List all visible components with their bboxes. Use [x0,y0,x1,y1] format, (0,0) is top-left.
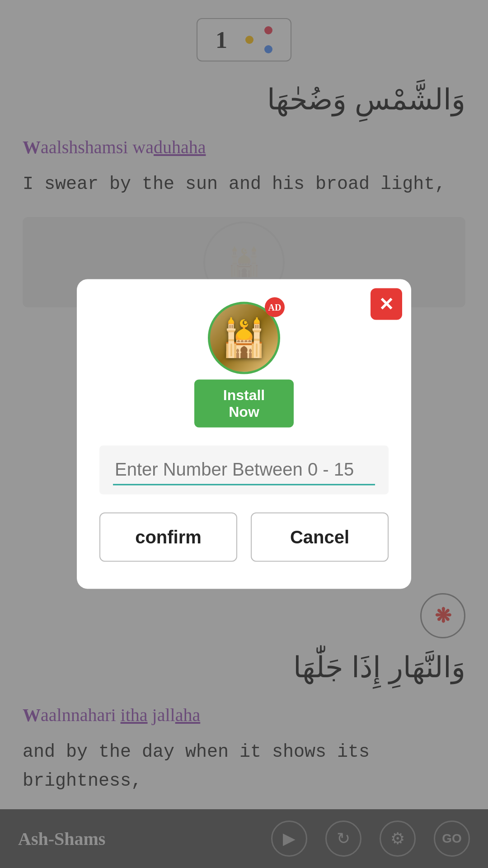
number-input-wrapper [99,446,389,495]
cancel-button[interactable]: Cancel [251,513,389,562]
ad-badge: AD [265,297,285,317]
modal-dialog: ✕ AD 🕌 Install Now confirm Cancel [77,279,411,589]
mosque-icon: 🕌 [221,317,267,359]
confirm-button[interactable]: confirm [99,513,237,562]
dialog-buttons: confirm Cancel [99,513,389,562]
number-input[interactable] [113,455,375,486]
close-button[interactable]: ✕ [371,288,402,320]
ad-icon-wrapper: AD 🕌 [208,302,280,374]
install-now-button[interactable]: Install Now [194,380,294,428]
